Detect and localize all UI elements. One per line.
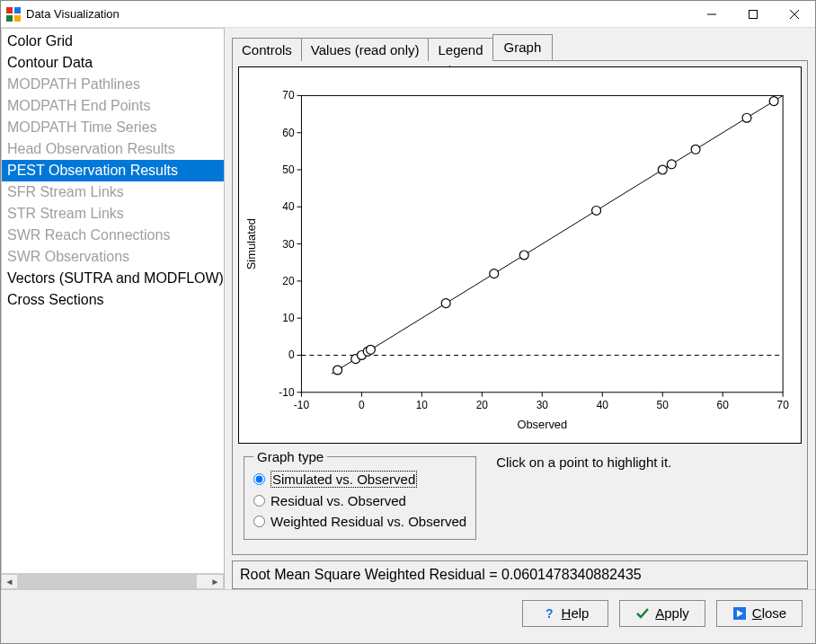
graph-type-label-2: Weighted Residual vs. Observed [271,514,466,529]
chart-hint-text: Click on a point to highlight it. [496,449,671,540]
apply-button[interactable]: Apply [619,600,705,627]
svg-text:0: 0 [288,348,295,361]
status-bar: Root Mean Square Weighted Residual = 0.0… [232,560,808,589]
tab-legend[interactable]: Legend [428,38,492,61]
sidebar-item-11[interactable]: Vectors (SUTRA and MODFLOW) [2,268,224,289]
svg-rect-1 [14,7,21,13]
chart-area[interactable]: -10010203040506070-10010203040506070Obse… [238,66,802,444]
svg-text:0: 0 [359,399,365,411]
svg-text:-10: -10 [294,399,310,411]
app-icon [6,7,21,22]
close-button[interactable]: Close [716,600,803,627]
tab-values-read-only-[interactable]: Values (read only) [301,38,430,61]
graph-type-label-0: Simulated vs. Observed [271,471,417,488]
sidebar-item-4: MODPATH Time Series [2,117,224,138]
svg-text:30: 30 [282,238,295,251]
svg-text:30: 30 [537,399,549,411]
footer-button-bar: ? Help Apply Close [1,589,815,636]
sidebar-item-3: MODPATH End Points [2,95,224,117]
svg-text:10: 10 [282,312,295,324]
svg-text:40: 40 [282,200,295,213]
sidebar-horizontal-scrollbar[interactable]: ◄ ► [1,574,224,589]
sidebar-item-2: MODPATH Pathlines [2,74,224,95]
tab-bar: ControlsValues (read only)LegendGraph [232,33,808,60]
titlebar: Data Visualization [1,1,815,28]
svg-point-55 [441,299,450,308]
svg-text:60: 60 [282,127,295,139]
scroll-right-arrow-icon[interactable]: ► [208,575,223,588]
sidebar-list[interactable]: Color GridContour DataMODPATH PathlinesM… [1,28,224,574]
svg-point-61 [691,145,700,154]
graph-type-radio-2[interactable] [253,516,265,527]
graph-type-option-2[interactable]: Weighted Residual vs. Observed [253,511,466,532]
graph-type-option-0[interactable]: Simulated vs. Observed [253,468,466,490]
graph-type-legend: Graph type [253,449,327,464]
sidebar-item-8: STR Stream Links [2,203,224,225]
svg-rect-2 [6,15,13,22]
close-window-button[interactable] [774,1,815,28]
tab-graph[interactable]: Graph [492,34,554,60]
graph-type-radio-0[interactable] [253,473,265,485]
sidebar-item-12[interactable]: Cross Sections [2,289,224,311]
svg-point-50 [333,366,342,375]
svg-text:40: 40 [597,399,609,411]
svg-text:20: 20 [282,275,295,287]
sidebar-item-7: SFR Stream Links [2,181,224,203]
help-button[interactable]: ? Help [522,600,608,627]
maximize-button[interactable] [732,1,774,28]
sidebar-item-1[interactable]: Contour Data [2,52,224,74]
svg-text:50: 50 [657,399,670,411]
sidebar-item-5: Head Observation Results [2,138,224,160]
svg-point-58 [592,206,601,215]
svg-text:10: 10 [416,399,429,411]
svg-rect-3 [14,15,21,22]
tab-controls[interactable]: Controls [232,38,302,61]
graph-type-group: Graph type Simulated vs. ObservedResidua… [244,449,476,540]
sidebar-item-9: SWR Reach Connections [2,225,224,246]
sidebar-item-6[interactable]: PEST Observation Results [2,160,224,181]
scroll-left-arrow-icon[interactable]: ◄ [2,575,17,588]
graph-type-option-1[interactable]: Residual vs. Observed [253,490,466,511]
svg-rect-5 [749,10,758,18]
svg-point-57 [519,251,528,260]
scroll-track[interactable] [17,575,208,588]
svg-text:Observed: Observed [517,418,567,431]
window-title: Data Visualization [26,7,691,21]
svg-text:50: 50 [282,163,295,176]
svg-rect-0 [6,7,13,13]
graph-type-label-1: Residual vs. Observed [271,493,406,508]
svg-text:Simulated: Simulated [244,218,258,269]
sidebar-item-10: SWR Observations [2,246,224,268]
svg-point-56 [490,269,499,278]
svg-text:?: ? [545,606,554,621]
svg-point-59 [658,165,667,174]
svg-text:70: 70 [282,89,295,101]
svg-point-60 [667,160,676,169]
minimize-button[interactable] [691,1,732,28]
sidebar-item-0[interactable]: Color Grid [2,31,224,52]
scroll-thumb[interactable] [17,575,197,588]
tab-page-graph: -10010203040506070-10010203040506070Obse… [232,60,808,555]
svg-point-62 [742,113,751,122]
svg-text:-10: -10 [279,386,295,399]
svg-text:70: 70 [777,399,790,411]
graph-type-radio-1[interactable] [253,495,265,507]
svg-text:60: 60 [717,399,730,411]
svg-text:20: 20 [476,399,489,411]
svg-point-63 [769,97,778,106]
svg-point-54 [366,345,375,354]
